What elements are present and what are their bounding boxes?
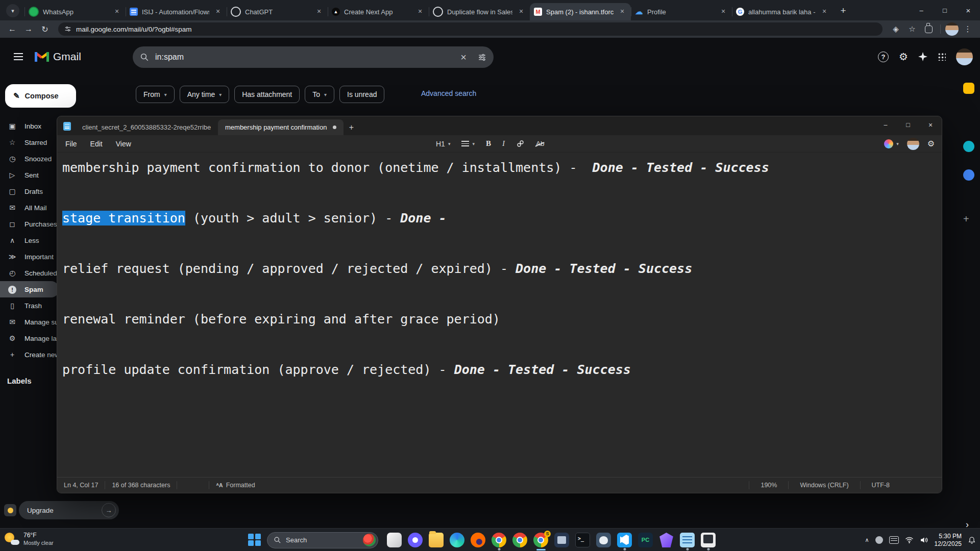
google-apps-grid-icon[interactable] xyxy=(938,53,946,61)
notepad-tab-inactive[interactable]: client_secret_2_60053885332-2reqe52rribe xyxy=(75,119,218,135)
link-button[interactable] xyxy=(516,139,525,148)
new-tab-button[interactable]: + xyxy=(836,4,850,18)
tab-close-icon[interactable]: × xyxy=(314,7,324,16)
kebab-menu-icon[interactable]: ⋮ xyxy=(961,22,975,36)
sidebar-item-inbox[interactable]: ▣Inbox xyxy=(0,118,59,134)
dark-app-icon[interactable] xyxy=(551,529,572,551)
tab-close-icon[interactable]: × xyxy=(112,7,121,16)
start-button-icon[interactable] xyxy=(248,534,261,547)
notepad-new-tab-icon[interactable]: + xyxy=(344,119,359,135)
sidebar-item-manage-labels[interactable]: ⚙Manage labels xyxy=(0,330,59,346)
obsidian-icon[interactable] xyxy=(656,529,677,551)
tray-status-circle-icon[interactable] xyxy=(875,536,883,544)
reload-icon[interactable]: ↻ xyxy=(38,22,52,36)
clear-formatting-button[interactable]: Ab xyxy=(536,140,545,147)
bookmark-star-icon[interactable]: ☆ xyxy=(905,22,919,36)
sidebar-item-all-mail[interactable]: ✉All Mail xyxy=(0,199,59,216)
notepad-account-avatar[interactable] xyxy=(907,138,919,150)
notepad-tab-active[interactable]: membership payment confirmation xyxy=(218,119,344,135)
tray-panel-icon[interactable] xyxy=(889,536,899,544)
filter-chip-has-attachment[interactable]: Has attachment xyxy=(234,86,300,103)
browser-tab-whatsapp[interactable]: WhatsApp× xyxy=(24,3,126,20)
search-input[interactable]: in:spam xyxy=(155,53,454,62)
sidebar-item-scheduled[interactable]: ◴Scheduled xyxy=(0,265,59,281)
minimize-icon[interactable]: – xyxy=(910,0,933,20)
browser-tab-spam-2-ishann-tforce[interactable]: MSpam (2) - ishann.tforce@× xyxy=(530,3,631,20)
sidebar-item-create-new-label[interactable]: +Create new label xyxy=(0,346,59,363)
site-info-icon[interactable] xyxy=(64,26,71,33)
sidebar-item-manage-subscriptions[interactable]: ✉Manage subscriptions xyxy=(0,314,59,330)
white-app-icon[interactable] xyxy=(384,529,405,551)
sidebar-item-less[interactable]: ∧Less xyxy=(0,232,59,248)
search-options-icon[interactable] xyxy=(478,53,486,62)
terminal-icon[interactable] xyxy=(572,529,593,551)
minimize-icon[interactable]: – xyxy=(874,116,897,134)
vscode-icon[interactable] xyxy=(614,529,635,551)
firefox-icon[interactable] xyxy=(468,529,488,551)
browser-tab-chatgpt[interactable]: ChatGPT× xyxy=(227,3,328,20)
close-icon[interactable]: × xyxy=(919,116,942,134)
sidebar-item-important[interactable]: ≫Important xyxy=(0,248,59,265)
filter-chip-from[interactable]: From▾ xyxy=(136,86,175,103)
contacts-icon[interactable] xyxy=(963,169,974,181)
sidebar-item-sent[interactable]: ▷Sent xyxy=(0,167,59,183)
gemini-sparkle-icon[interactable] xyxy=(918,52,927,61)
upgrade-button[interactable]: Upgrade → xyxy=(19,501,119,519)
hidden-icons-chevron-icon[interactable]: ∧ xyxy=(865,537,869,543)
menu-edit[interactable]: Edit xyxy=(90,140,103,148)
chrome-1-icon[interactable] xyxy=(488,529,509,551)
wifi-icon[interactable] xyxy=(905,536,914,544)
sidebar-item-drafts[interactable]: ▢Drafts xyxy=(0,183,59,199)
tab-close-icon[interactable]: × xyxy=(517,7,526,16)
search-icon[interactable] xyxy=(140,53,149,62)
hamburger-menu-icon[interactable] xyxy=(6,44,31,69)
menu-view[interactable]: View xyxy=(116,140,131,148)
address-bar[interactable]: mail.google.com/mail/u/0/?ogbl#spam xyxy=(58,22,883,36)
notepad-icon[interactable] xyxy=(677,529,698,551)
pc-manager-icon[interactable] xyxy=(635,529,656,551)
filter-chip-any-time[interactable]: Any time▾ xyxy=(180,86,230,103)
get-addons-plus-icon[interactable]: + xyxy=(963,213,974,224)
tab-search-icon[interactable]: ▾ xyxy=(6,4,19,17)
tasks-icon[interactable] xyxy=(963,141,974,152)
keep-icon[interactable] xyxy=(963,83,974,94)
gmail-account-avatar[interactable] xyxy=(956,48,973,65)
menu-file[interactable]: File xyxy=(65,140,77,148)
tab-close-icon[interactable]: × xyxy=(415,7,425,16)
weather-widget[interactable]: 76°F Mostly clear xyxy=(4,531,54,547)
volume-icon[interactable] xyxy=(920,536,928,544)
maximize-icon[interactable]: □ xyxy=(897,116,919,134)
gmail-search-bar[interactable]: in:spam × xyxy=(133,46,494,68)
chrome-work-icon[interactable]: S xyxy=(530,529,551,551)
workspace-gem-icon[interactable] xyxy=(4,504,16,516)
clear-search-icon[interactable]: × xyxy=(460,52,467,63)
browser-tab-duplicate-flow-in-salesfor[interactable]: Duplicate flow in Salesfor× xyxy=(429,3,530,20)
taskbar-search-box[interactable]: Search xyxy=(267,532,378,548)
extensions-icon[interactable] xyxy=(921,22,936,36)
copilot-button[interactable]: ▾ xyxy=(884,139,899,148)
advanced-search-link[interactable]: Advanced search xyxy=(421,89,476,97)
postgresql-icon[interactable] xyxy=(593,529,614,551)
bold-button[interactable]: B xyxy=(486,139,491,148)
emulator-icon[interactable] xyxy=(698,529,719,551)
sidebar-item-starred[interactable]: ☆Starred xyxy=(0,134,59,151)
file-explorer-icon[interactable] xyxy=(426,529,447,551)
tab-close-icon[interactable]: × xyxy=(213,7,223,16)
browser-tab-allahumma-barik-laha-g[interactable]: Gallahumma barik laha - G× xyxy=(732,3,833,20)
italic-button[interactable]: I xyxy=(502,139,505,148)
browser-profile-avatar[interactable] xyxy=(945,22,959,36)
notification-bell-icon[interactable] xyxy=(968,536,976,544)
heading-style-button[interactable]: H1 ▾ xyxy=(436,140,450,148)
maximize-icon[interactable]: □ xyxy=(933,0,957,20)
filter-chip-is-unread[interactable]: Is unread xyxy=(339,86,384,103)
tab-close-icon[interactable]: × xyxy=(618,7,627,16)
gmail-logo[interactable]: Gmail xyxy=(35,51,81,63)
back-icon[interactable]: ← xyxy=(5,22,19,36)
diamond-icon[interactable]: ◈ xyxy=(889,22,903,36)
browser-tab-profile[interactable]: ☁Profile× xyxy=(631,3,732,20)
filter-chip-to[interactable]: To▾ xyxy=(305,86,334,103)
loom-icon[interactable] xyxy=(405,529,426,551)
edge-icon[interactable] xyxy=(447,529,468,551)
notepad-settings-gear-icon[interactable]: ⚙ xyxy=(927,139,935,148)
tab-close-icon[interactable]: × xyxy=(719,7,728,16)
